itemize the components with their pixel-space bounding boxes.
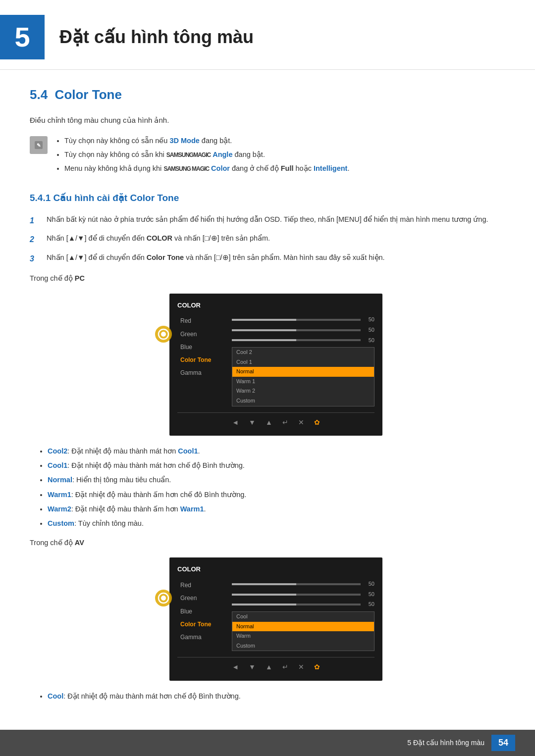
pc-val-blue: 50: [365, 336, 374, 345]
av-monitor-screen: COLOR Red Green Blue Color Tone Gamma 50: [169, 557, 382, 680]
av-monitor-label: COLOR: [177, 564, 374, 575]
av-bar-blue: 50: [232, 600, 374, 609]
page-footer: 5 Đặt cấu hình tông màu 54: [0, 730, 535, 756]
mon-icon-power: ✕: [298, 417, 304, 428]
pc-menu-gamma: Gamma: [177, 367, 232, 379]
monitor-icon: [154, 325, 173, 344]
pencil-icon: ✎: [33, 140, 44, 151]
chapter-header: 5 Đặt cấu hình tông màu: [0, 0, 535, 70]
pc-monitor-screen: COLOR Red Green Blue Color Tone Gamma 50: [169, 294, 382, 436]
mon-icon-left: ◄: [232, 417, 239, 428]
av-bar-red: 50: [232, 580, 374, 589]
av-val-green: 50: [365, 590, 374, 599]
av-desc-cool: Cool: Đặt nhiệt độ màu thành mát hơn chế…: [48, 691, 505, 702]
av-track-blue: [232, 604, 361, 605]
chapter-number: 5: [0, 15, 45, 59]
av-menu-right: 50 50 50: [232, 580, 374, 651]
desc-cool2: Cool2: Đặt nhiệt độ màu thành mát hơn Co…: [48, 446, 505, 457]
av-mon-icon-enter: ↵: [282, 661, 288, 672]
av-mon-icon-power: ✕: [298, 661, 304, 672]
pc-opt-warm1: Warm 1: [232, 377, 374, 387]
pc-menu-red: Red: [177, 315, 232, 327]
mon-icon-enter: ↵: [282, 417, 288, 428]
desc-normal: Normal: Hiển thị tông màu tiêu chuẩn.: [48, 474, 505, 486]
subsection-title: 5.4.1 Cấu hình cài đặt Color Tone: [30, 191, 505, 205]
note-box: ✎ Tùy chọn này không có sẵn nếu 3D Mode …: [30, 135, 505, 177]
av-bar-green: 50: [232, 590, 374, 599]
av-val-blue: 50: [365, 600, 374, 609]
av-fill-red: [232, 583, 296, 585]
av-dropdown: Cool Normal Warm Custom: [232, 611, 374, 651]
av-menu-green: Green: [177, 593, 232, 604]
pc-bar-green: 50: [232, 326, 374, 335]
pc-track-green: [232, 329, 361, 331]
pc-monitor-bottom: ◄ ▼ ▲ ↵ ✕ ✿: [177, 412, 374, 428]
desc-cool1: Cool1: Đặt nhiệt độ màu thành mát hơn ch…: [48, 460, 505, 471]
av-monitor-bottom: ◄ ▼ ▲ ↵ ✕ ✿: [177, 657, 374, 672]
pc-desc-list: Cool2: Đặt nhiệt độ màu thành mát hơn Co…: [30, 446, 505, 529]
section-description: Điều chỉnh tông màu chung của hình ảnh.: [30, 114, 505, 126]
pc-monitor-label: COLOR: [177, 301, 374, 311]
av-opt-cool: Cool: [232, 612, 374, 622]
note-list: Tùy chọn này không có sẵn nếu 3D Mode đa…: [54, 135, 349, 177]
mon-icon-brightness: ✿: [314, 417, 320, 428]
av-mon-icon-up: ▲: [266, 661, 272, 672]
note-icon: ✎: [30, 136, 48, 154]
section-title: 5.4 Color Tone: [30, 85, 505, 105]
pc-monitor-body: Red Green Blue Color Tone Gamma 50: [177, 315, 374, 406]
av-val-red: 50: [365, 580, 374, 589]
av-menu-colortone: Color Tone: [177, 619, 232, 630]
step-2: 2 Nhấn [▲/▼] để di chuyển đến COLOR và n…: [30, 233, 505, 246]
av-menu-blue: Blue: [177, 606, 232, 617]
pc-opt-warm2: Warm 2: [232, 386, 374, 396]
av-mon-icon-down: ▼: [249, 661, 256, 672]
av-mode-label: Trong chế độ AV: [30, 537, 505, 549]
svg-text:✎: ✎: [37, 143, 41, 148]
pc-menu-blue: Blue: [177, 342, 232, 353]
desc-custom: Custom: Tùy chỉnh tông màu.: [48, 518, 505, 529]
av-menu-gamma: Gamma: [177, 632, 232, 643]
mon-icon-up: ▲: [266, 417, 272, 428]
step-1: 1 Nhấn bất kỳ nút nào ở phía trước sản p…: [30, 214, 505, 227]
av-mon-icon-left: ◄: [232, 661, 239, 672]
av-monitor-wrapper: COLOR Red Green Blue Color Tone Gamma 50: [30, 557, 505, 680]
av-track-green: [232, 594, 361, 596]
pc-val-red: 50: [365, 315, 374, 324]
pc-fill-green: [232, 329, 296, 331]
av-monitor-body: Red Green Blue Color Tone Gamma 50: [177, 580, 374, 651]
pc-bar-red: 50: [232, 315, 374, 324]
pc-bar-blue: 50: [232, 336, 374, 345]
pc-menu-colortone: Color Tone: [177, 354, 232, 366]
step-3: 3 Nhấn [▲/▼] để di chuyển đến Color Tone…: [30, 252, 505, 265]
pc-opt-custom: Custom: [232, 396, 374, 406]
pc-track-red: [232, 319, 361, 321]
av-monitor-icon: [154, 589, 173, 607]
pc-monitor-wrapper: COLOR Red Green Blue Color Tone Gamma 50: [30, 294, 505, 436]
av-menu-left: Red Green Blue Color Tone Gamma: [177, 580, 232, 651]
av-mon-icon-brightness: ✿: [314, 661, 320, 672]
pc-menu-right: 50 50 50: [232, 315, 374, 406]
pc-mode-label: Trong chế độ PC: [30, 273, 505, 284]
pc-opt-cool2: Cool 2: [232, 348, 374, 357]
pc-track-blue: [232, 339, 361, 341]
desc-warm1: Warm1: Đặt nhiệt độ màu thành ấm hơn chế…: [48, 489, 505, 501]
pc-cam-icon: [153, 323, 174, 345]
content-area: 5.4 Color Tone Điều chỉnh tông màu chung…: [0, 85, 535, 702]
av-opt-custom: Custom: [232, 641, 374, 651]
footer-page-number: 54: [491, 735, 515, 751]
pc-fill-red: [232, 319, 296, 321]
note-item-2: Tùy chọn này không có sẵn khi SAMSUNGMAG…: [64, 149, 349, 160]
chapter-title: Đặt cấu hình tông màu: [59, 23, 254, 51]
av-track-red: [232, 583, 361, 585]
pc-fill-blue: [232, 339, 296, 341]
av-opt-warm: Warm: [232, 631, 374, 641]
av-menu-red: Red: [177, 580, 232, 591]
pc-val-green: 50: [365, 326, 374, 335]
steps-list: 1 Nhấn bất kỳ nút nào ở phía trước sản p…: [30, 214, 505, 265]
av-cam-icon: [153, 587, 174, 609]
note-item-1: Tùy chọn này không có sẵn nếu 3D Mode đa…: [64, 135, 349, 147]
svg-point-7: [161, 596, 166, 601]
svg-point-4: [161, 332, 166, 337]
pc-menu-left: Red Green Blue Color Tone Gamma: [177, 315, 232, 406]
pc-menu-green: Green: [177, 329, 232, 340]
